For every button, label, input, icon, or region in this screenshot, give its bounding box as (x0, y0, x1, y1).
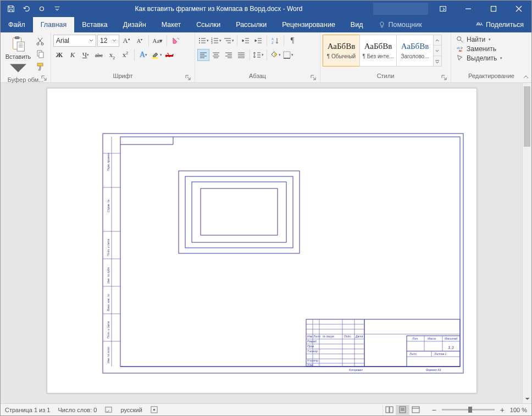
zoom-level[interactable]: 100 % (510, 407, 527, 413)
align-justify-button[interactable] (235, 49, 247, 61)
status-bar: Страница 1 из 1 Число слов: 0 русский − … (1, 403, 531, 415)
zoom-out-button[interactable]: − (430, 406, 439, 414)
svg-rect-45 (179, 171, 300, 253)
clipboard-dialog-launcher[interactable] (41, 75, 47, 82)
replace-button[interactable]: abacЗаменить (456, 45, 502, 53)
svg-rect-49 (306, 319, 460, 367)
macro-button[interactable] (150, 406, 158, 414)
svg-text:Разраб.: Разраб. (307, 340, 317, 343)
decrease-indent-button[interactable] (240, 35, 252, 47)
align-right-button[interactable] (223, 49, 235, 61)
superscript-button[interactable]: x2 (119, 49, 131, 61)
word-count[interactable]: Число слов: 0 (58, 407, 97, 413)
copy-button[interactable] (35, 48, 46, 59)
language-button[interactable]: русский (120, 407, 142, 413)
svg-text:Перв. примен.: Перв. примен. (107, 153, 110, 171)
scroll-thumb[interactable] (524, 86, 530, 147)
document-area: Перв. примен. Справ. № Подп. и дата Инв.… (1, 83, 531, 403)
tab-review[interactable]: Рецензирование (274, 17, 343, 32)
line-spacing-button[interactable]: ▾ (252, 49, 264, 61)
borders-button[interactable]: ▾ (282, 49, 294, 61)
share-button[interactable]: Поделиться (468, 17, 531, 32)
svg-rect-6 (17, 42, 24, 51)
close-button[interactable] (506, 1, 531, 17)
style-no-spacing[interactable]: АаБбВв¶ Без инте... (359, 35, 397, 66)
ribbon-options-button[interactable] (430, 1, 456, 17)
svg-text:Лит.: Лит. (412, 337, 419, 340)
multilevel-button[interactable]: ▾ (223, 35, 235, 47)
redo-button[interactable] (35, 2, 49, 16)
tab-references[interactable]: Ссылки (189, 17, 228, 32)
select-button[interactable]: Выделить▾ (456, 54, 502, 62)
style-normal[interactable]: АаБбВв¶ Обычный (323, 35, 360, 66)
italic-button[interactable]: К (66, 49, 79, 61)
sort-button[interactable]: AZ (269, 35, 281, 47)
minimize-button[interactable] (456, 1, 481, 17)
show-marks-button[interactable]: ¶ (286, 35, 298, 47)
styles-gallery-expand[interactable] (433, 35, 442, 66)
svg-text:Справ. №: Справ. № (107, 199, 110, 212)
align-center-button[interactable] (210, 49, 222, 61)
svg-text:Формат   A3: Формат A3 (426, 368, 441, 371)
align-left-button[interactable] (197, 49, 209, 61)
increase-indent-button[interactable] (252, 35, 264, 47)
scroll-down-button[interactable] (523, 394, 531, 403)
tab-design[interactable]: Дизайн (115, 17, 154, 32)
zoom-in-button[interactable]: + (498, 406, 507, 414)
paste-button[interactable]: Вставить (3, 35, 34, 76)
tab-layout[interactable]: Макет (154, 17, 189, 32)
shading-button[interactable]: ▾ (269, 49, 281, 61)
svg-text:1:1: 1:1 (448, 345, 454, 350)
shrink-font-button[interactable]: A▾ (134, 35, 146, 47)
tab-view[interactable]: Вид (343, 17, 371, 32)
spelling-button[interactable] (104, 406, 113, 414)
styles-dialog-launcher[interactable] (441, 75, 447, 81)
styles-gallery[interactable]: АаБбВв¶ Обычный АаБбВв¶ Без инте... АаБб… (323, 35, 442, 66)
account-area[interactable] (373, 3, 428, 15)
highlight-button[interactable]: ▾ (151, 49, 163, 61)
qat-customize-button[interactable] (50, 2, 64, 16)
style-heading1[interactable]: АаБбВвЗаголово... (396, 35, 434, 66)
text-effects-button[interactable]: A▾ (137, 49, 149, 61)
font-name-combo[interactable]: Arial (53, 35, 96, 47)
tell-me-button[interactable]: Помощник (370, 17, 429, 32)
tab-mailings[interactable]: Рассылки (228, 17, 274, 32)
clear-format-button[interactable] (170, 35, 182, 47)
format-painter-button[interactable] (35, 61, 46, 72)
font-size-combo[interactable]: 12 (97, 35, 119, 47)
cut-button[interactable] (35, 36, 46, 47)
vertical-scrollbar[interactable] (522, 83, 531, 403)
svg-point-14 (199, 38, 200, 39)
quick-access-toolbar (1, 2, 64, 16)
paragraph-dialog-launcher[interactable] (310, 75, 317, 81)
save-button[interactable] (4, 2, 18, 16)
tab-home[interactable]: Главная (33, 17, 75, 32)
tab-insert[interactable]: Вставка (74, 17, 115, 32)
group-paragraph-label: Абзац (249, 73, 266, 79)
page-indicator[interactable]: Страница 1 из 1 (5, 407, 50, 413)
group-editing: Найти▾ abacЗаменить Выделить▾ Редактиров… (451, 32, 531, 82)
strike-button[interactable]: abc (93, 49, 105, 61)
zoom-slider[interactable] (442, 409, 495, 411)
kompas-drawing-object[interactable]: Перв. примен. Справ. № Подп. и дата Инв.… (102, 132, 464, 374)
bullets-button[interactable]: ▾ (197, 35, 209, 47)
underline-button[interactable]: Ч▾ (80, 49, 92, 61)
web-layout-button[interactable] (409, 405, 422, 415)
svg-rect-13 (165, 55, 173, 57)
undo-button[interactable] (19, 2, 34, 16)
bold-button[interactable]: Ж (53, 49, 65, 61)
read-mode-button[interactable] (383, 405, 396, 415)
numbering-button[interactable]: 123▾ (210, 35, 222, 47)
font-dialog-launcher[interactable] (185, 75, 191, 81)
document-canvas[interactable]: Перв. примен. Справ. № Подп. и дата Инв.… (1, 83, 522, 403)
collapse-ribbon-button[interactable] (523, 74, 529, 81)
zoom-control: − + 100 % (430, 406, 527, 414)
tab-file[interactable]: Файл (1, 17, 33, 32)
grow-font-button[interactable]: A▴ (120, 35, 132, 47)
find-button[interactable]: Найти▾ (456, 36, 502, 43)
font-color-button[interactable]: A▾ (164, 49, 176, 61)
maximize-button[interactable] (481, 1, 506, 17)
subscript-button[interactable]: x2 (106, 49, 118, 61)
change-case-button[interactable]: Aa▾ (152, 35, 164, 47)
print-layout-button[interactable] (396, 405, 409, 415)
